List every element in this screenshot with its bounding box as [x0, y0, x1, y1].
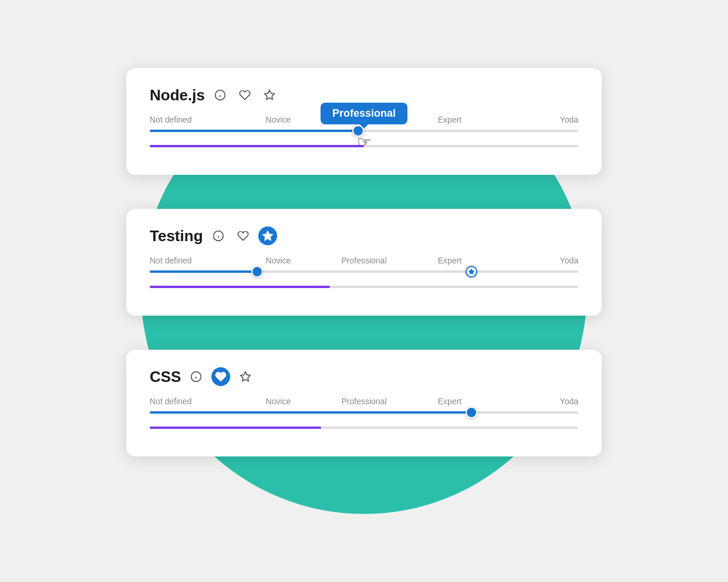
- css-blue-track: [150, 411, 578, 414]
- testing-label-3: Expert: [407, 256, 493, 265]
- css-label-0: Not defined: [150, 397, 235, 406]
- nodejs-skill-name: Node.js: [150, 86, 205, 104]
- testing-label-1: Novice: [235, 256, 321, 265]
- css-label-1: Novice: [235, 397, 321, 406]
- nodejs-label-0: Not defined: [150, 115, 235, 124]
- testing-purple-slider[interactable]: [150, 284, 578, 290]
- testing-blue-fill: [150, 270, 257, 273]
- svg-marker-3: [265, 90, 275, 100]
- nodejs-blue-track: [150, 130, 578, 132]
- testing-label-4: Yoda: [493, 256, 578, 265]
- css-info-button[interactable]: [187, 367, 205, 386]
- info-icon: [214, 89, 226, 101]
- nodejs-labels: Not defined Novice Professional Expert Y…: [150, 115, 578, 124]
- scene: Node.js Not defined Novice Professional …: [100, 39, 628, 543]
- testing-info-icon: [213, 230, 224, 242]
- testing-star-thumb[interactable]: [466, 266, 477, 278]
- nodejs-purple-fill: [150, 145, 364, 147]
- card-css: CSS Not defined Novice Professional Expe…: [126, 350, 602, 456]
- testing-heart-button[interactable]: [234, 226, 252, 245]
- nodejs-info-button[interactable]: [211, 86, 230, 104]
- card-nodejs: Node.js Not defined Novice Professional …: [126, 68, 602, 175]
- nodejs-star-button[interactable]: [260, 86, 279, 104]
- card-nodejs-header: Node.js: [150, 86, 578, 104]
- card-testing-header: Testing: [150, 226, 578, 245]
- nodejs-label-2: Professional: [321, 115, 407, 124]
- testing-skill-name: Testing: [150, 227, 203, 245]
- nodejs-blue-fill: [150, 130, 364, 132]
- css-labels: Not defined Novice Professional Expert Y…: [150, 397, 578, 406]
- css-star-icon: [240, 371, 251, 383]
- svg-marker-7: [262, 231, 272, 241]
- css-skill-name: CSS: [150, 368, 181, 386]
- testing-blue-slider[interactable]: [150, 269, 578, 275]
- svg-marker-8: [469, 269, 474, 275]
- nodejs-label-3: Expert: [407, 115, 493, 124]
- nodejs-heart-button[interactable]: [235, 86, 254, 104]
- nodejs-blue-slider[interactable]: Professional ☞: [150, 128, 578, 134]
- nodejs-label-4: Yoda: [493, 115, 578, 124]
- testing-info-button[interactable]: [209, 226, 228, 245]
- css-blue-fill: [150, 411, 471, 414]
- star-icon: [264, 89, 275, 101]
- testing-star-filled-icon: [262, 230, 274, 242]
- testing-purple-fill: [150, 286, 330, 288]
- heart-icon: [239, 89, 251, 101]
- css-star-button[interactable]: [236, 367, 255, 386]
- css-label-4: Yoda: [493, 397, 578, 406]
- css-purple-slider[interactable]: [150, 425, 578, 431]
- testing-label-0: Not defined: [150, 256, 235, 265]
- css-blue-slider[interactable]: [150, 410, 578, 415]
- testing-heart-icon: [237, 230, 249, 242]
- css-label-3: Expert: [407, 397, 493, 406]
- card-css-header: CSS: [150, 367, 578, 386]
- css-label-2: Professional: [321, 397, 407, 406]
- svg-marker-12: [241, 372, 251, 381]
- card-testing: Testing Not defined Novice Professional …: [126, 209, 602, 316]
- testing-star-thumb-icon: [468, 268, 475, 275]
- nodejs-blue-thumb[interactable]: [352, 125, 364, 137]
- testing-label-2: Professional: [321, 256, 407, 265]
- css-blue-thumb[interactable]: [466, 407, 477, 418]
- testing-labels: Not defined Novice Professional Expert Y…: [150, 256, 578, 265]
- css-purple-track: [150, 427, 578, 429]
- testing-blue-thumb[interactable]: [251, 266, 263, 278]
- css-heart-button[interactable]: [211, 367, 230, 386]
- testing-star-button[interactable]: [258, 226, 277, 245]
- testing-purple-track: [150, 286, 578, 288]
- nodejs-purple-track: [150, 145, 578, 147]
- nodejs-purple-slider[interactable]: [150, 143, 578, 149]
- css-heart-filled-icon: [215, 371, 227, 383]
- testing-blue-track: [150, 270, 578, 273]
- css-purple-fill: [150, 427, 321, 429]
- nodejs-label-1: Novice: [235, 115, 321, 124]
- css-info-icon: [190, 371, 202, 383]
